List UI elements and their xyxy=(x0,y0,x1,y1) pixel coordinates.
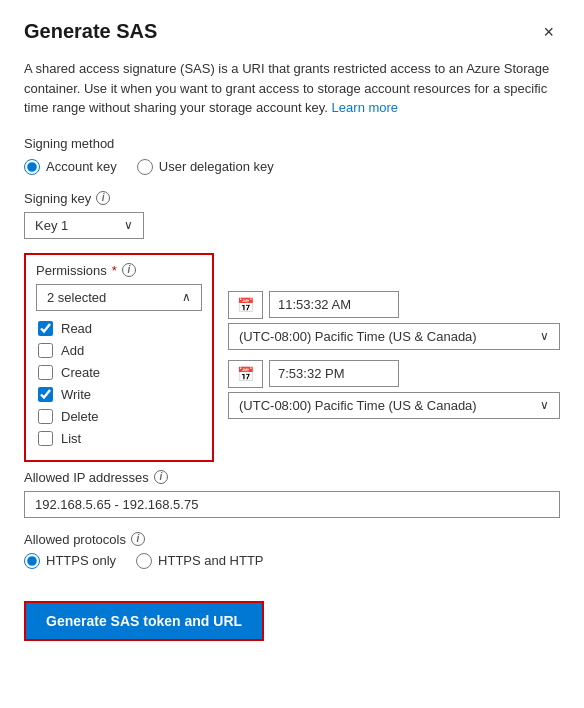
permission-read-item[interactable]: Read xyxy=(38,321,200,336)
close-button[interactable]: × xyxy=(537,21,560,43)
permission-delete-checkbox[interactable] xyxy=(38,409,53,424)
permissions-label: Permissions * i xyxy=(36,263,202,278)
permission-add-checkbox[interactable] xyxy=(38,343,53,358)
expiry-timezone-value: (UTC-08:00) Pacific Time (US & Canada) xyxy=(239,398,477,413)
permissions-checkbox-list: Read Add Create Write xyxy=(36,317,202,450)
permission-add-label: Add xyxy=(61,343,84,358)
account-key-option[interactable]: Account key xyxy=(24,159,117,175)
permission-write-item[interactable]: Write xyxy=(38,387,200,402)
protocols-radio-group: HTTPS only HTTPS and HTTP xyxy=(24,553,560,569)
permissions-required-star: * xyxy=(112,263,117,278)
https-only-radio[interactable] xyxy=(24,553,40,569)
user-delegation-key-label: User delegation key xyxy=(159,159,274,174)
mid-section: Permissions * i 2 selected ∧ Read Add xyxy=(24,253,560,462)
user-delegation-key-radio[interactable] xyxy=(137,159,153,175)
expiry-date-row: 📅 xyxy=(228,360,560,388)
generate-sas-dialog: Generate SAS × A shared access signature… xyxy=(0,0,584,708)
start-date-row: 📅 xyxy=(228,291,560,319)
permission-list-label: List xyxy=(61,431,81,446)
https-and-http-label: HTTPS and HTTP xyxy=(158,553,263,568)
allowed-ip-group: Allowed IP addresses i xyxy=(24,470,560,518)
https-only-label: HTTPS only xyxy=(46,553,116,568)
https-and-http-option[interactable]: HTTPS and HTTP xyxy=(136,553,263,569)
dialog-header: Generate SAS × xyxy=(24,20,560,43)
expiry-calendar-icon: 📅 xyxy=(237,366,254,382)
expiry-time-input[interactable] xyxy=(269,360,399,387)
allowed-protocols-group: Allowed protocols i HTTPS only HTTPS and… xyxy=(24,532,560,569)
allowed-protocols-info-icon: i xyxy=(131,532,145,546)
allowed-ip-label: Allowed IP addresses i xyxy=(24,470,560,485)
permission-list-checkbox[interactable] xyxy=(38,431,53,446)
permissions-section: Permissions * i 2 selected ∧ Read Add xyxy=(24,253,214,462)
permission-list-item[interactable]: List xyxy=(38,431,200,446)
expiry-date-picker[interactable]: 📅 xyxy=(228,360,263,388)
allowed-ip-info-icon: i xyxy=(154,470,168,484)
signing-method-radio-group: Account key User delegation key xyxy=(24,159,560,175)
start-date-group: 📅 (UTC-08:00) Pacific Time (US & Canada)… xyxy=(228,253,560,350)
start-time-input[interactable] xyxy=(269,291,399,318)
allowed-ip-input[interactable] xyxy=(24,491,560,518)
permission-delete-item[interactable]: Delete xyxy=(38,409,200,424)
permission-create-item[interactable]: Create xyxy=(38,365,200,380)
permissions-info-icon: i xyxy=(122,263,136,277)
expiry-timezone-select[interactable]: (UTC-08:00) Pacific Time (US & Canada) ∨ xyxy=(228,392,560,419)
permission-create-checkbox[interactable] xyxy=(38,365,53,380)
start-calendar-icon: 📅 xyxy=(237,297,254,313)
user-delegation-key-option[interactable]: User delegation key xyxy=(137,159,274,175)
permission-create-label: Create xyxy=(61,365,100,380)
permissions-chevron-icon: ∧ xyxy=(182,290,191,304)
permission-write-label: Write xyxy=(61,387,91,402)
permissions-column: Permissions * i 2 selected ∧ Read Add xyxy=(24,253,214,462)
dates-column: 📅 (UTC-08:00) Pacific Time (US & Canada)… xyxy=(214,253,560,462)
generate-sas-button[interactable]: Generate SAS token and URL xyxy=(24,601,264,641)
start-timezone-select[interactable]: (UTC-08:00) Pacific Time (US & Canada) ∨ xyxy=(228,323,560,350)
permissions-selected-text: 2 selected xyxy=(47,290,106,305)
account-key-label: Account key xyxy=(46,159,117,174)
signing-key-group: Signing key i Key 1 ∨ xyxy=(24,191,560,239)
permission-delete-label: Delete xyxy=(61,409,99,424)
signing-key-info-icon: i xyxy=(96,191,110,205)
permissions-dropdown[interactable]: 2 selected ∧ xyxy=(36,284,202,311)
https-and-http-radio[interactable] xyxy=(136,553,152,569)
expiry-date-group: 📅 (UTC-08:00) Pacific Time (US & Canada)… xyxy=(228,360,560,419)
account-key-radio[interactable] xyxy=(24,159,40,175)
permission-write-checkbox[interactable] xyxy=(38,387,53,402)
allowed-protocols-label: Allowed protocols i xyxy=(24,532,560,547)
permission-read-checkbox[interactable] xyxy=(38,321,53,336)
dialog-title: Generate SAS xyxy=(24,20,157,43)
learn-more-link[interactable]: Learn more xyxy=(332,100,398,115)
dialog-description: A shared access signature (SAS) is a URI… xyxy=(24,59,560,118)
https-only-option[interactable]: HTTPS only xyxy=(24,553,116,569)
expiry-timezone-chevron-icon: ∨ xyxy=(540,398,549,412)
signing-key-select[interactable]: Key 1 ∨ xyxy=(24,212,144,239)
signing-method-label: Signing method xyxy=(24,136,560,151)
start-timezone-chevron-icon: ∨ xyxy=(540,329,549,343)
permission-read-label: Read xyxy=(61,321,92,336)
permission-add-item[interactable]: Add xyxy=(38,343,200,358)
start-timezone-value: (UTC-08:00) Pacific Time (US & Canada) xyxy=(239,329,477,344)
start-date-picker[interactable]: 📅 xyxy=(228,291,263,319)
signing-key-label: Signing key i xyxy=(24,191,560,206)
signing-key-chevron-icon: ∨ xyxy=(124,218,133,232)
signing-method-group: Signing method Account key User delegati… xyxy=(24,136,560,175)
signing-key-value: Key 1 xyxy=(35,218,68,233)
